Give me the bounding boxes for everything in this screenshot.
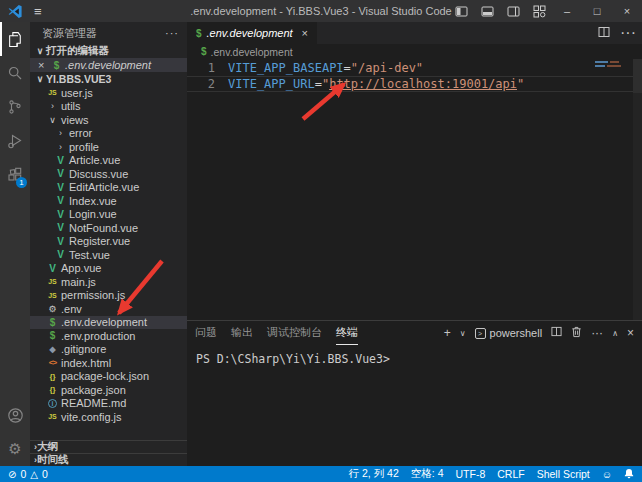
tree-item-App-vue[interactable]: VApp.vue bbox=[30, 262, 187, 276]
terminal-dropdown-icon[interactable]: ∨ bbox=[460, 329, 466, 338]
terminal-prompt: PS D:\CSharp\Yi\Yi.BBS.Vue3> bbox=[196, 352, 390, 366]
run-debug-icon[interactable] bbox=[0, 124, 30, 158]
json-file-icon: {} bbox=[46, 385, 59, 394]
errors-count[interactable]: 0 bbox=[20, 468, 26, 480]
tree-item-env-production[interactable]: $.env.production bbox=[30, 329, 187, 343]
tree-item-package-json[interactable]: {}package.json bbox=[30, 383, 187, 397]
eol-sequence[interactable]: CRLF bbox=[497, 468, 524, 480]
close-window-button[interactable]: × bbox=[612, 0, 642, 22]
toggle-secondary-sidebar-icon[interactable] bbox=[500, 0, 526, 22]
errors-icon[interactable]: ⊘ bbox=[8, 469, 16, 480]
env-file-icon: $ bbox=[46, 330, 59, 341]
minimize-button[interactable]: – bbox=[552, 0, 582, 22]
panel-tab-output[interactable]: 输出 bbox=[231, 321, 253, 345]
vscode-logo-icon bbox=[8, 4, 23, 19]
line-number: 1 bbox=[187, 60, 215, 76]
source-control-icon[interactable] bbox=[0, 90, 30, 124]
timeline-section[interactable]: › 时间线 bbox=[30, 453, 187, 466]
close-editor-icon[interactable]: × bbox=[38, 59, 50, 71]
kill-terminal-icon[interactable] bbox=[571, 326, 582, 341]
panel-tab-terminal[interactable]: 终端 bbox=[336, 321, 358, 345]
tree-item-profile[interactable]: ›profile bbox=[30, 140, 187, 154]
chevron-right-icon: › bbox=[54, 142, 67, 152]
tree-item-label: .env bbox=[59, 303, 82, 315]
split-terminal-icon[interactable] bbox=[551, 326, 562, 340]
tree-item-vite-config-js[interactable]: JSvite.config.js bbox=[30, 410, 187, 424]
maximize-panel-icon[interactable]: ∧ bbox=[612, 329, 618, 338]
tree-item-Register-vue[interactable]: VRegister.vue bbox=[30, 235, 187, 249]
url-link[interactable]: http://localhost:19001/api bbox=[329, 77, 517, 91]
panel-more-actions-icon[interactable]: ··· bbox=[591, 326, 603, 340]
tree-item-label: .gitignore bbox=[59, 343, 106, 355]
split-editor-icon[interactable] bbox=[598, 24, 610, 42]
tree-item-views[interactable]: ∨views bbox=[30, 113, 187, 127]
encoding[interactable]: UTF-8 bbox=[456, 468, 486, 480]
explorer-icon[interactable] bbox=[0, 22, 30, 56]
tree-item-permission-js[interactable]: JSpermission.js bbox=[30, 289, 187, 303]
vue-file-icon: V bbox=[54, 182, 67, 193]
panel-tab-problems[interactable]: 问题 bbox=[195, 321, 217, 345]
tree-item-utils[interactable]: ›utils bbox=[30, 100, 187, 114]
warnings-icon[interactable]: △ bbox=[30, 469, 38, 480]
extensions-icon[interactable]: 1 bbox=[0, 158, 30, 192]
project-section[interactable]: ∨ YI.BBS.VUE3 bbox=[30, 72, 187, 86]
tree-item-package-lock-json[interactable]: {}package-lock.json bbox=[30, 370, 187, 384]
customize-layout-icon[interactable] bbox=[526, 0, 552, 22]
language-mode[interactable]: Shell Script bbox=[537, 468, 590, 480]
tree-item-env[interactable]: ⚙.env bbox=[30, 302, 187, 316]
tree-item-user-js[interactable]: JSuser.js bbox=[30, 86, 187, 100]
code-editor[interactable]: 1 VITE_APP_BASEAPI="/api-dev" 2 VITE_APP… bbox=[187, 59, 642, 320]
status-bar: ⊘ 0 △ 0 行 2, 列 42 空格: 4 UTF-8 CRLF Shell… bbox=[0, 466, 642, 482]
toggle-sidebar-icon[interactable] bbox=[448, 0, 474, 22]
tree-item-env-development[interactable]: $.env.development bbox=[30, 316, 187, 330]
indentation[interactable]: 空格: 4 bbox=[411, 467, 444, 481]
cursor-position[interactable]: 行 2, 列 42 bbox=[349, 467, 399, 481]
tree-item-index-html[interactable]: <>index.html bbox=[30, 356, 187, 370]
tree-item-Index-vue[interactable]: VIndex.vue bbox=[30, 194, 187, 208]
close-tab-icon[interactable]: × bbox=[302, 27, 308, 39]
vue-file-icon: V bbox=[54, 236, 67, 247]
panel-tab-debug-console[interactable]: 调试控制台 bbox=[267, 321, 322, 345]
sidebar-more-actions-icon[interactable]: ··· bbox=[165, 27, 179, 39]
tree-item-EditArticle-vue[interactable]: VEditArticle.vue bbox=[30, 181, 187, 195]
tree-item-Test-vue[interactable]: VTest.vue bbox=[30, 248, 187, 262]
file-tree: JSuser.js›utils∨views›error›profileVArti… bbox=[30, 86, 187, 424]
tree-item-error[interactable]: ›error bbox=[30, 127, 187, 141]
tab-env-development[interactable]: $ .env.development × bbox=[187, 22, 317, 44]
account-icon[interactable] bbox=[0, 398, 30, 432]
env-key: VITE_APP_BASEAPI bbox=[228, 61, 344, 75]
open-editor-item[interactable]: × $ .env.development bbox=[30, 58, 187, 72]
maximize-button[interactable]: □ bbox=[582, 0, 612, 22]
feedback-smiley-icon[interactable]: ☺ bbox=[602, 469, 612, 480]
editor-scrollbar[interactable] bbox=[633, 59, 642, 320]
outline-section[interactable]: › 大纲 bbox=[30, 440, 187, 453]
breadcrumb[interactable]: $ .env.development bbox=[187, 44, 642, 59]
tree-item-README-md[interactable]: iREADME.md bbox=[30, 397, 187, 411]
terminal[interactable]: PS D:\CSharp\Yi\Yi.BBS.Vue3> bbox=[187, 345, 642, 466]
minimap[interactable] bbox=[595, 61, 629, 69]
warnings-count[interactable]: 0 bbox=[42, 468, 48, 480]
search-icon[interactable] bbox=[0, 56, 30, 90]
tree-item-label: Index.vue bbox=[67, 195, 117, 207]
tree-item-gitignore[interactable]: ◆.gitignore bbox=[30, 343, 187, 357]
breadcrumb-file: .env.development bbox=[211, 46, 293, 58]
menu-hamburger-icon[interactable]: ≡ bbox=[34, 4, 42, 19]
tree-item-main-js[interactable]: JSmain.js bbox=[30, 275, 187, 289]
tree-item-label: user.js bbox=[59, 87, 93, 99]
new-terminal-icon[interactable]: + bbox=[444, 326, 451, 340]
editor-more-actions-icon[interactable]: ··· bbox=[620, 24, 636, 42]
tree-item-NotFound-vue[interactable]: VNotFound.vue bbox=[30, 221, 187, 235]
sidebar-title: 资源管理器 bbox=[42, 26, 97, 41]
tree-item-Login-vue[interactable]: VLogin.vue bbox=[30, 208, 187, 222]
close-panel-icon[interactable]: × bbox=[627, 326, 634, 340]
chevron-down-icon: ∨ bbox=[46, 115, 59, 125]
env-file-icon: $ bbox=[46, 317, 59, 328]
notifications-bell-icon[interactable] bbox=[624, 468, 634, 481]
open-editors-section[interactable]: ∨ 打开的编辑器 bbox=[30, 44, 187, 58]
settings-gear-icon[interactable]: ⚙ bbox=[0, 432, 30, 466]
shell-selector[interactable]: > powershell bbox=[475, 327, 543, 339]
tree-item-Discuss-vue[interactable]: VDiscuss.vue bbox=[30, 167, 187, 181]
toggle-panel-icon[interactable] bbox=[474, 0, 500, 22]
tree-item-Article-vue[interactable]: VArticle.vue bbox=[30, 154, 187, 168]
tree-item-label: NotFound.vue bbox=[67, 222, 138, 234]
